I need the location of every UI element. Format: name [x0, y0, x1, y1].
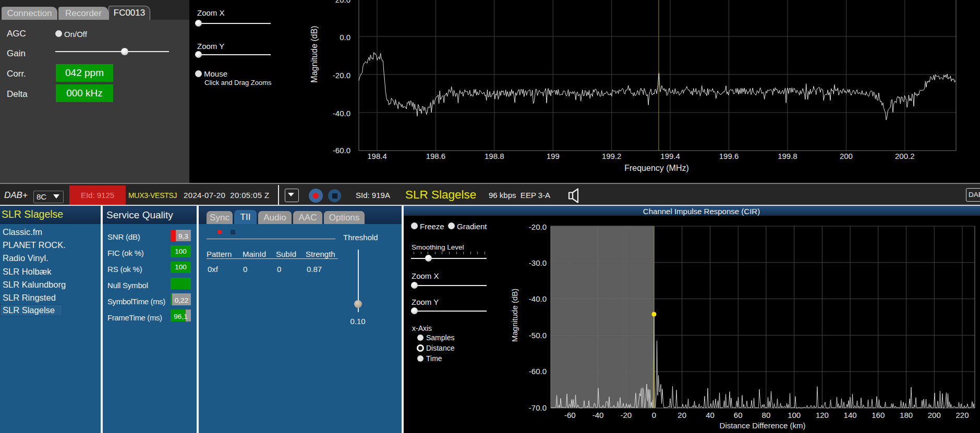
svg-text:-20.0: -20.0: [333, 71, 350, 80]
svg-text:199.6: 199.6: [719, 152, 739, 160]
svg-text:20.0: 20.0: [335, 0, 350, 4]
svg-text:200.2: 200.2: [895, 152, 915, 160]
svg-text:-40.0: -40.0: [333, 109, 350, 118]
svg-text:200: 200: [840, 152, 853, 160]
svg-text:199.4: 199.4: [660, 152, 680, 160]
svg-text:Frequency (MHz): Frequency (MHz): [624, 164, 689, 172]
svg-text:198.6: 198.6: [426, 152, 446, 160]
svg-text:199.2: 199.2: [602, 152, 622, 160]
svg-text:Magnitude (dB): Magnitude (dB): [310, 26, 319, 82]
svg-text:199.8: 199.8: [778, 152, 797, 160]
svg-text:198.4: 198.4: [367, 152, 387, 160]
svg-text:-60.0: -60.0: [333, 146, 350, 155]
svg-text:0.0: 0.0: [340, 33, 350, 42]
svg-text:198.8: 198.8: [485, 152, 504, 160]
svg-text:199: 199: [547, 152, 560, 160]
